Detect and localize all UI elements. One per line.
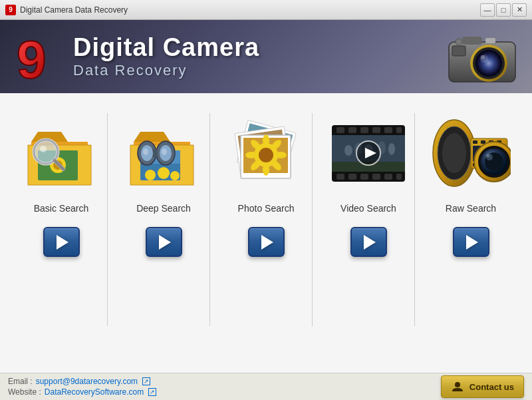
website-row: Website : DataRecoverySoftware.com ↗ [8, 387, 156, 397]
app-icon: 9 [5, 5, 16, 15]
svg-rect-60 [372, 174, 380, 180]
contact-us-button[interactable]: Contact us [441, 375, 524, 398]
svg-point-42 [263, 134, 269, 146]
svg-rect-59 [360, 174, 368, 180]
website-link[interactable]: DataRecoverySoftware.com [45, 387, 144, 397]
video-search-play-button[interactable] [350, 227, 387, 257]
email-row: Email : support@9datarecovery.com ↗ [8, 377, 156, 386]
basic-search-icon [21, 113, 101, 193]
title-bar-left: 9 Digital Camera Data Recovery [5, 5, 128, 15]
main-content: Basic Search [0, 93, 532, 373]
photo-search-label: Photo Search [238, 203, 295, 214]
deep-search-item: Deep Search [117, 113, 210, 366]
svg-point-41 [259, 148, 273, 162]
svg-rect-58 [348, 174, 356, 180]
raw-search-play-button[interactable] [453, 227, 489, 257]
deep-search-label: Deep Search [136, 203, 191, 214]
svg-rect-77 [473, 140, 477, 144]
video-search-item: Video Search [322, 113, 415, 366]
photo-search-item: Photo Search [219, 113, 313, 366]
svg-point-8 [481, 55, 485, 59]
logo-nine: 9 [13, 30, 63, 83]
raw-search-item: Raw Search [424, 113, 517, 366]
basic-search-label: Basic Search [34, 203, 88, 214]
svg-rect-57 [336, 174, 344, 180]
contact-us-label: Contact us [469, 382, 514, 392]
maximize-button[interactable]: □ [496, 3, 511, 17]
svg-point-75 [442, 133, 466, 173]
svg-point-91 [487, 154, 490, 157]
footer: Email : support@9datarecovery.com ↗ Webs… [0, 373, 532, 400]
svg-point-48 [245, 152, 257, 158]
svg-point-65 [344, 145, 352, 156]
svg-point-21 [145, 170, 156, 180]
title-bar: 9 Digital Camera Data Recovery — □ ✕ [0, 0, 532, 20]
svg-rect-3 [485, 38, 495, 43]
svg-rect-2 [462, 37, 482, 45]
svg-point-44 [275, 152, 287, 158]
svg-text:9: 9 [17, 30, 47, 83]
svg-rect-9 [452, 46, 466, 56]
camera-icon [446, 29, 519, 85]
svg-point-10 [456, 39, 462, 45]
svg-rect-52 [348, 127, 356, 133]
email-external-icon: ↗ [142, 377, 150, 385]
deep-search-icon [124, 113, 203, 193]
svg-point-92 [455, 382, 460, 387]
svg-point-6 [475, 50, 502, 77]
svg-rect-56 [396, 127, 402, 133]
app-main-title: Digital Camera [73, 34, 446, 62]
video-search-label: Video Search [340, 203, 396, 214]
basic-search-item: Basic Search [15, 113, 108, 366]
email-link[interactable]: support@9datarecovery.com [36, 377, 138, 386]
minimize-button[interactable]: — [480, 3, 495, 17]
svg-point-16 [40, 146, 47, 152]
window-controls: — □ ✕ [480, 3, 527, 17]
website-external-icon: ↗ [148, 388, 156, 396]
svg-rect-55 [384, 127, 392, 133]
basic-search-play-button[interactable] [43, 227, 80, 257]
svg-rect-61 [384, 174, 392, 180]
contact-us-icon [451, 380, 464, 393]
video-search-icon [329, 113, 408, 193]
svg-point-46 [263, 164, 269, 176]
svg-point-29 [143, 148, 148, 155]
footer-contact-info: Email : support@9datarecovery.com ↗ Webs… [8, 377, 156, 397]
svg-rect-78 [481, 140, 485, 144]
svg-rect-54 [372, 127, 380, 133]
photo-search-icon [226, 113, 306, 193]
app-header: 9 Digital Camera Data Recovery [0, 20, 532, 93]
svg-point-22 [158, 167, 170, 179]
svg-point-23 [170, 171, 180, 180]
website-label: Website : [8, 387, 41, 397]
header-title: Digital Camera Data Recovery [73, 34, 446, 79]
search-options: Basic Search [7, 113, 525, 366]
svg-rect-53 [360, 127, 368, 133]
svg-point-69 [388, 143, 395, 155]
email-label: Email : [8, 377, 33, 386]
raw-search-icon [431, 113, 511, 193]
window-title: Digital Camera Data Recovery [20, 5, 128, 15]
app-sub-title: Data Recovery [73, 62, 446, 79]
close-button[interactable]: ✕ [512, 3, 527, 17]
svg-point-30 [162, 148, 167, 155]
raw-search-label: Raw Search [446, 203, 496, 214]
deep-search-play-button[interactable] [146, 227, 182, 257]
svg-rect-51 [336, 127, 344, 133]
photo-search-play-button[interactable] [248, 227, 285, 257]
svg-rect-26 [152, 149, 158, 157]
svg-rect-62 [396, 174, 402, 180]
